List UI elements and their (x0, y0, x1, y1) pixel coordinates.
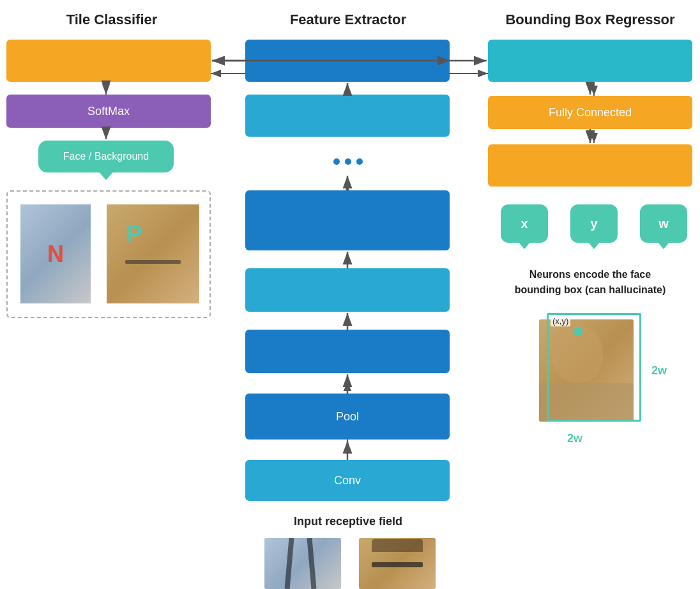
bbox-center-dot (574, 327, 582, 336)
fe-top-block (245, 40, 450, 82)
bubble-y: y (570, 204, 618, 243)
neurons-encode-label: Neurons encode the facebounding box (can… (515, 269, 666, 295)
pool-block: Pool (245, 394, 450, 440)
dot-1 (333, 158, 340, 165)
tile-classifier-title: Tile Classifier (6, 11, 217, 28)
dot-2 (345, 158, 351, 165)
bottom-image-left (264, 538, 341, 589)
tc-orange-block (6, 40, 211, 82)
bb-bottom-block (488, 144, 692, 187)
pool-label: Pool (336, 410, 359, 424)
bbox-2w-right: 2w (651, 364, 667, 378)
fe-block-4 (245, 268, 450, 312)
softmax-block: SoftMax (6, 95, 211, 128)
sample-p-image: P (107, 204, 199, 303)
w-label: w (658, 217, 669, 231)
fully-connected-label: Fully Connected (549, 106, 632, 119)
x-label: x (521, 217, 528, 231)
bottom-image-right (359, 538, 436, 589)
face-background-label: Face / Background (63, 151, 149, 162)
conv-label: Conv (334, 474, 361, 487)
bbox-2w-bottom: 2w (567, 432, 582, 445)
input-receptive-field-label: Input receptive field (243, 515, 453, 528)
diagram: Tile Classifier SoftMax Face / Backgroun… (0, 0, 700, 589)
bubble-x: x (501, 204, 548, 243)
fe-block-2 (245, 95, 450, 137)
dots-indicator (313, 152, 383, 171)
neurons-encode-text: Neurons encode the facebounding box (can… (488, 267, 692, 298)
bounding-box-regressor-title: Bounding Box Regressor (488, 11, 692, 28)
bbox-rect (547, 313, 641, 422)
fe-block-5 (245, 330, 450, 373)
xy-label: (x,y) (551, 316, 570, 326)
bb-top-block (488, 40, 692, 82)
fully-connected-block: Fully Connected (488, 96, 692, 129)
dot-3 (356, 158, 363, 165)
face-background-bubble: Face / Background (38, 141, 174, 172)
bbox-illustration: (x,y) 2w 2w (539, 313, 667, 431)
sample-images-box: N P (6, 190, 211, 318)
fe-block-3 (245, 190, 450, 250)
softmax-label: SoftMax (88, 105, 130, 118)
sample-n-image: N (20, 204, 91, 303)
y-label: y (590, 217, 597, 231)
feature-extractor-title: Feature Extractor (243, 11, 453, 28)
bubble-w: w (640, 204, 687, 243)
conv-block: Conv (245, 460, 450, 501)
